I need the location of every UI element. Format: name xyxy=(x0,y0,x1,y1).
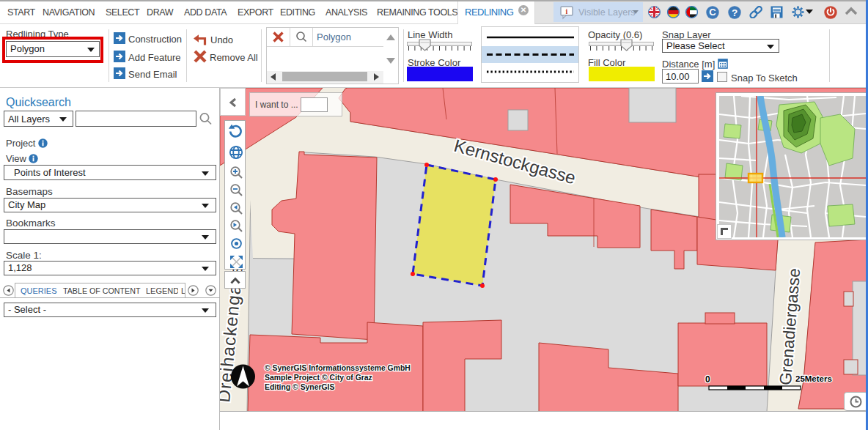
svg-text:C: C xyxy=(709,7,716,18)
svg-text:?: ? xyxy=(732,7,738,18)
svg-text:25Meters: 25Meters xyxy=(795,374,832,383)
svg-text:i: i xyxy=(566,7,568,15)
svg-text:Sample Project © City of Graz: Sample Project © City of Graz xyxy=(265,374,372,382)
svg-text:© SynerGIS Informationssysteme: © SynerGIS Informationssysteme GmbH xyxy=(265,364,411,372)
svg-text:Editing © SynerGIS: Editing © SynerGIS xyxy=(265,383,334,391)
svg-text:0: 0 xyxy=(705,374,710,385)
